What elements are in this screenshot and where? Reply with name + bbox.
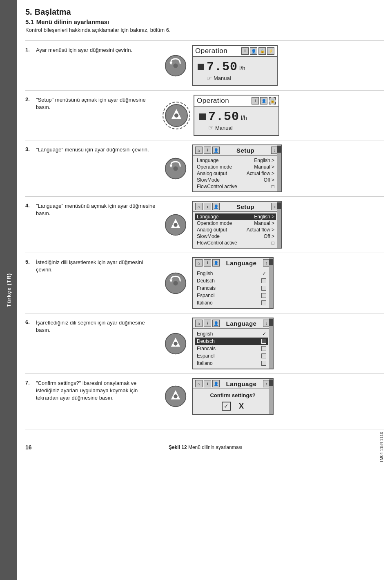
setup-title-2: Setup	[236, 203, 254, 210]
op-square-1	[198, 64, 204, 70]
scrollbar-thumb-6	[269, 319, 273, 326]
step-1-text: Ayar menüsü için ayar düğmesini çevirin.	[36, 47, 132, 54]
setup-value-language-1: English >	[254, 158, 274, 163]
up-icon-2	[164, 103, 189, 128]
step-6-right: ⌂ i 👤 Language ↕ English ✓ Deutsch	[164, 318, 384, 369]
lang-checkbox-espanol-1	[261, 293, 266, 298]
header-icons-2: i 👤 🔒	[252, 97, 276, 104]
lcd-header-2: Operation i 👤 🔒	[194, 96, 278, 107]
language-screen-2: ⌂ i 👤 Language ↕ English ✓ Deutsch	[192, 318, 274, 369]
setup-label-flow-2: FlowControl active	[197, 240, 237, 246]
info-icon-5: i	[204, 259, 211, 267]
step-3-left: 3. "Language" menüsü için ayar düğmesini…	[25, 144, 164, 153]
lang-row-italiano-2: Italiano	[195, 360, 268, 367]
lang-header-icons-2: ⌂ i 👤	[195, 320, 220, 327]
up-icon-4	[164, 213, 187, 236]
hand-icon-2: ☞	[208, 124, 214, 131]
setup-label-opmode-1: Operation mode	[197, 164, 232, 170]
dashed-icon-wrap-2: 🔒	[269, 97, 276, 104]
info-icon-6: i	[204, 320, 211, 327]
setup-value-slow-1: Off >	[264, 177, 274, 183]
setup-value-language-2: English >	[254, 214, 274, 220]
info-icon-2: i	[252, 97, 259, 104]
rotate-icon-3	[164, 157, 187, 180]
step-4-row: 4. "Language" menüsünü açmak için ayar d…	[25, 196, 384, 253]
setup-value-opmode-2: Manual >	[254, 220, 274, 226]
step-2-right: Operation i 👤 🔒 7.50 l/h	[164, 95, 384, 136]
confirm-body: Confirm settings? ✓ X	[193, 389, 273, 414]
setup-screen-1: ⌂ i 👤 Setup ↕ Language English > Operati…	[192, 144, 282, 192]
lang-row-italiano-1: Italiano	[195, 299, 268, 307]
setup-label-slow-2: SlowMode	[197, 233, 220, 239]
step-7-text: "Confirm settings?" ibaresini onaylamak …	[36, 380, 160, 402]
step-7-number: 7.	[25, 380, 33, 386]
setup-header-1: ⌂ i 👤 Setup ↕	[193, 145, 281, 156]
setup-header-icons-left-1: ⌂ i 👤	[195, 147, 220, 154]
setup-header-icons-left-2: ⌂ i 👤	[195, 203, 220, 210]
step-4-left: 4. "Language" menüsünü açmak için ayar d…	[25, 201, 164, 217]
setup-body-1: Language English > Operation mode Manual…	[193, 156, 281, 191]
op-mode-row-1: ☞ Manual	[195, 74, 274, 84]
scrollbar-5	[269, 258, 273, 308]
main-content: 5. Başlatma 5.1 Menü dilinin ayarlanması…	[17, 0, 392, 471]
op-square-2	[199, 113, 206, 120]
lang-row-francais-1: Francais	[195, 284, 268, 292]
confirm-header: ⌂ i 👤 Language ↕	[193, 379, 273, 389]
home-icon-7: ⌂	[195, 380, 203, 387]
lock-icon-1: 🔒	[258, 47, 266, 55]
figure-number: Şekil 12	[169, 444, 187, 450]
op-mode-text-2: Manual	[215, 125, 233, 131]
scrollbar-thumb-4	[277, 202, 281, 209]
home-icon-3: ⌂	[195, 147, 203, 154]
scrollbar-thumb-5	[269, 259, 273, 265]
lang-check-english-1: ✓	[262, 271, 266, 276]
lang-checkbox-deutsch-2	[261, 339, 266, 344]
op-unit-2: l/h	[241, 115, 247, 121]
lang-checkbox-italiano-1	[261, 300, 266, 305]
step-2-row: 2. "Setup" menüsünü açmak için ayar düğm…	[25, 90, 384, 140]
step-2-text: "Setup" menüsünü açmak için ayar düğmesi…	[36, 96, 160, 111]
step-2-number: 2.	[25, 96, 33, 102]
page-number: 16	[25, 444, 32, 451]
setup-row-flow-1: FlowControl active □	[195, 183, 276, 190]
sidebar: Türkçe (TR)	[0, 0, 17, 580]
scrollbar-thumb-3	[277, 146, 281, 153]
lang-italiano-1: Italiano	[197, 300, 213, 306]
step-3-right: ⌂ i 👤 Setup ↕ Language English > Operati…	[164, 144, 384, 192]
lang-checkbox-francais-2	[261, 346, 266, 351]
confirm-check-button[interactable]: ✓	[222, 402, 231, 411]
lang-row-deutsch-1: Deutsch	[195, 277, 268, 284]
svg-point-14	[173, 281, 178, 285]
lang-francais-1: Francais	[197, 285, 216, 291]
setup-row-flow-2: FlowControl active □	[195, 240, 276, 246]
step-1-right: Operation i 👤 🔒 ⚡ 7.50 l/h ☞	[164, 45, 384, 86]
scrollbar-4	[277, 202, 281, 248]
svg-point-2	[173, 63, 178, 68]
up-icon-6	[164, 332, 187, 355]
signal-icon-1: ⚡	[267, 47, 274, 55]
person-icon-4: 👤	[212, 203, 220, 210]
setup-header-2: ⌂ i 👤 Setup ↕	[193, 202, 281, 212]
op-mode-row-2: ☞ Manual	[197, 124, 276, 133]
step-5-right: ⌂ i 👤 Language ↕ English ✓ Deutsch	[164, 257, 384, 309]
operation-screen-2: Operation i 👤 🔒 7.50 l/h	[194, 95, 279, 136]
step-6-text: İşaretlediğiniz dili seçmek için ayar dü…	[36, 319, 160, 334]
setup-label-language-1: Language	[197, 158, 218, 163]
up-icon-7	[164, 385, 187, 408]
lang-espanol-1: Espanol	[197, 293, 214, 298]
setup-label-analog-2: Analog output	[197, 227, 227, 233]
confirm-header-icons: ⌂ i 👤	[195, 380, 220, 387]
op-title-1: Operation	[195, 47, 227, 55]
chapter-number: 5.	[25, 7, 32, 17]
hand-icon-1: ☞	[207, 75, 212, 81]
setup-row-opmode-2: Operation mode Manual >	[195, 220, 276, 227]
op-mode-text-1: Manual	[214, 75, 231, 81]
home-icon-6: ⌂	[195, 320, 203, 327]
confirm-x-button[interactable]: X	[239, 402, 244, 411]
setup-label-flow-1: FlowControl active	[197, 184, 237, 189]
person-icon-6: 👤	[212, 320, 220, 327]
lang-header-2: ⌂ i 👤 Language ↕	[193, 318, 273, 329]
lang-english-2: English	[197, 331, 213, 337]
svg-point-8	[173, 166, 178, 171]
lang-row-deutsch-2: Deutsch	[195, 338, 268, 345]
